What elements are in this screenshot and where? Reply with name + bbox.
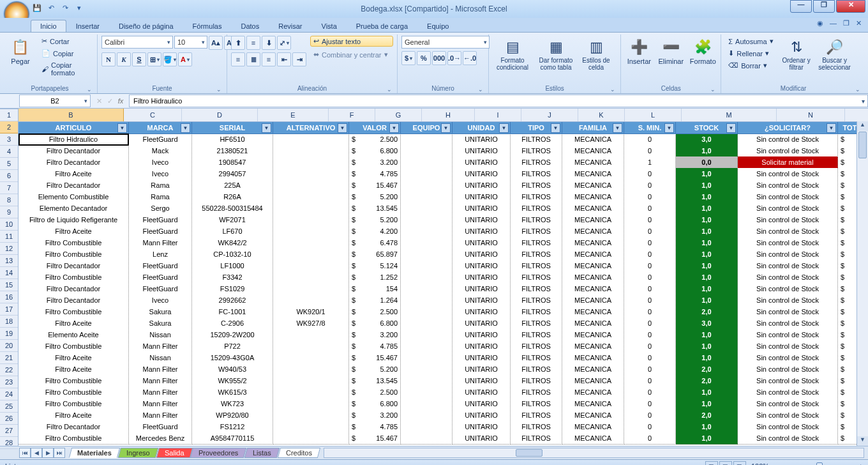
cell-equipo[interactable]	[401, 133, 453, 146]
cell-unidad[interactable]: UNITARIO	[453, 260, 511, 272]
cell-equipo[interactable]	[401, 398, 453, 410]
cell-articulo[interactable]: Filtro Combustible	[19, 386, 129, 399]
cut-button[interactable]: ✂Cortar	[38, 36, 93, 47]
cell-familia[interactable]: MECANICA	[562, 409, 624, 422]
cell-smin[interactable]: 0	[624, 352, 676, 364]
help-icon[interactable]: ◉	[817, 19, 823, 27]
cell-solicitar[interactable]: Sin control de Stock	[738, 145, 838, 157]
cell-serial[interactable]: WK723	[192, 398, 273, 410]
cell-equipo[interactable]	[401, 145, 453, 157]
cell-familia[interactable]: MECANICA	[562, 294, 624, 307]
cell-equipo[interactable]	[401, 375, 453, 387]
cell-smin[interactable]: 0	[624, 179, 676, 192]
row-header-15[interactable]: 15	[0, 279, 18, 291]
filter-button[interactable]: ▼	[389, 123, 399, 133]
cell-articulo[interactable]: Filtro Combustible	[19, 375, 129, 387]
cell-alternativo[interactable]	[273, 375, 349, 387]
cell-solicitar[interactable]: Sin control de Stock	[738, 409, 838, 422]
cell-equipo[interactable]	[401, 225, 453, 238]
cell-solicitar[interactable]: Sin control de Stock	[738, 306, 838, 318]
cell-unidad[interactable]: UNITARIO	[453, 386, 511, 399]
cell-unidad[interactable]: UNITARIO	[453, 340, 511, 353]
cell-serial[interactable]: 2992662	[192, 294, 273, 307]
undo-icon[interactable]: ↶	[46, 3, 56, 13]
sheet-tab-ingreso[interactable]: Ingreso	[118, 448, 158, 458]
cell-equipo[interactable]	[401, 191, 453, 203]
cell-articulo[interactable]: Filtro Combustible	[19, 306, 129, 318]
cell-familia[interactable]: MECANICA	[562, 375, 624, 387]
cell-solicitar[interactable]: Sin control de Stock	[738, 432, 838, 445]
cell-serial[interactable]: WK615/3	[192, 386, 273, 399]
cell-solicitar[interactable]: Sin control de Stock	[738, 398, 838, 410]
column-header-M[interactable]: M	[682, 109, 777, 121]
row-header-11[interactable]: 11	[0, 231, 18, 243]
row-header-21[interactable]: 21	[0, 352, 18, 364]
close-button[interactable]: ✕	[836, 0, 865, 13]
cell-valor[interactable]: $5.124	[349, 260, 401, 272]
cell-tipo[interactable]: FILTROS	[511, 248, 562, 261]
filter-button[interactable]: ▼	[338, 123, 347, 133]
cell-stock[interactable]: 1,0	[676, 352, 738, 364]
cell-unidad[interactable]: UNITARIO	[453, 214, 511, 226]
cell-unidad[interactable]: UNITARIO	[453, 271, 511, 284]
cell-familia[interactable]: MECANICA	[562, 386, 624, 399]
cell-articulo[interactable]: Filtro Combustible	[19, 340, 129, 353]
row-header-1[interactable]: 1	[0, 109, 18, 121]
cell-smin[interactable]: 0	[624, 237, 676, 249]
cell-equipo[interactable]	[401, 363, 453, 376]
cell-tipo[interactable]: FILTROS	[511, 283, 562, 295]
cell-alternativo[interactable]	[273, 421, 349, 433]
cell-unidad[interactable]: UNITARIO	[453, 202, 511, 215]
filter-button[interactable]: ▼	[262, 123, 271, 133]
cell-smin[interactable]: 0	[624, 363, 676, 376]
hscroll-thumb[interactable]	[516, 449, 542, 457]
cell-marca[interactable]: FleetGuard	[129, 283, 192, 295]
align-middle-button[interactable]: ≡	[246, 36, 260, 50]
table-header-articulo[interactable]: ARTICULO▼	[19, 122, 129, 134]
cell-solicitar[interactable]: Sin control de Stock	[738, 352, 838, 364]
copy-button[interactable]: 📄Copiar	[38, 48, 93, 59]
cell-solicitar[interactable]: Sin control de Stock	[738, 340, 838, 353]
cell-familia[interactable]: MECANICA	[562, 340, 624, 353]
cell-unidad[interactable]: UNITARIO	[453, 133, 511, 146]
filter-button[interactable]: ▼	[613, 123, 622, 133]
cell-articulo[interactable]: Filtro Combustible	[19, 248, 129, 261]
cell-marca[interactable]: Rama	[129, 179, 192, 192]
cell-valor[interactable]: $15.467	[349, 432, 401, 445]
cell-alternativo[interactable]	[273, 248, 349, 261]
cell-alternativo[interactable]	[273, 340, 349, 353]
cell-articulo[interactable]: Elemento Combustible	[19, 191, 129, 203]
maximize-button[interactable]: ❐	[813, 0, 835, 13]
cell-stock[interactable]: 3,0	[676, 133, 738, 146]
cell-familia[interactable]: MECANICA	[562, 191, 624, 203]
fx-icon[interactable]: fx	[118, 97, 124, 105]
cell-familia[interactable]: MECANICA	[562, 179, 624, 192]
cell-valor[interactable]: $6.800	[349, 317, 401, 330]
cell-familia[interactable]: MECANICA	[562, 145, 624, 157]
cell-serial[interactable]: WK842/2	[192, 237, 273, 249]
row-header-2[interactable]: 2	[0, 121, 18, 133]
autosum-button[interactable]: ΣAutosuma ▾	[725, 36, 776, 47]
cell-familia[interactable]: MECANICA	[562, 432, 624, 445]
cell-tipo[interactable]: FILTROS	[511, 375, 562, 387]
cell-equipo[interactable]	[401, 283, 453, 295]
cell-tipo[interactable]: FILTROS	[511, 306, 562, 318]
cell-equipo[interactable]	[401, 294, 453, 307]
cell-alternativo[interactable]	[273, 191, 349, 203]
page-break-button[interactable]: ▥	[733, 461, 746, 466]
cell-articulo[interactable]: Filtro Aceite	[19, 363, 129, 376]
cell-articulo[interactable]: Filtro Aceite	[19, 352, 129, 364]
cell-smin[interactable]: 0	[624, 317, 676, 330]
ribbon-tab-equipo[interactable]: Equipo	[417, 20, 458, 32]
increase-decimal-button[interactable]: .0→	[447, 51, 461, 65]
cell-smin[interactable]: 0	[624, 214, 676, 226]
cell-smin[interactable]: 0	[624, 271, 676, 284]
cell-alternativo[interactable]	[273, 329, 349, 341]
cell-marca[interactable]: Iveco	[129, 294, 192, 307]
cell-marca[interactable]: Sakura	[129, 306, 192, 318]
cell-tipo[interactable]: FILTROS	[511, 145, 562, 157]
fill-button[interactable]: ⬇Rellenar ▾	[725, 48, 776, 59]
filter-button[interactable]: ▼	[726, 123, 736, 133]
cell-marca[interactable]: Mann Filter	[129, 237, 192, 249]
cell-articulo[interactable]: Filtro Decantador	[19, 260, 129, 272]
